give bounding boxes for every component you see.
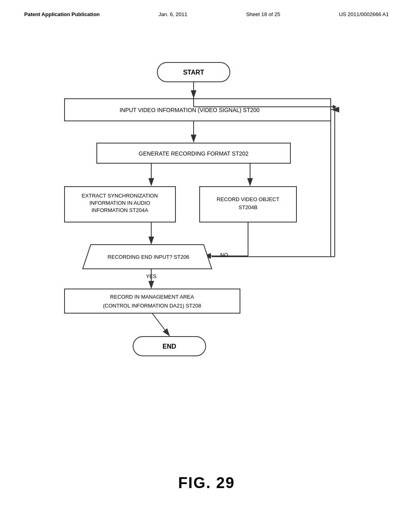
svg-text:(CONTROL INFORMATION DA21)  ST: (CONTROL INFORMATION DA21) ST208 <box>103 303 201 309</box>
end-label: END <box>163 343 176 350</box>
publication-label: Patent Application Publication <box>24 11 100 17</box>
start-label: START <box>183 69 204 76</box>
svg-text:EXTRACT SYNCHRONIZATION: EXTRACT SYNCHRONIZATION <box>82 193 158 199</box>
svg-text:RECORDING END INPUT? ST206: RECORDING END INPUT? ST206 <box>108 254 189 260</box>
flowchart-container: START INPUT VIDEO INFORMATION (VIDEO SIG… <box>32 58 379 381</box>
figure-caption: FIG. 29 <box>0 474 413 492</box>
sheet-label: Sheet 18 of 25 <box>246 11 280 17</box>
svg-text:INFORMATION ST204A: INFORMATION ST204A <box>92 207 148 213</box>
svg-text:ST204B: ST204B <box>239 204 258 210</box>
caption-text: FIG. 29 <box>178 474 235 491</box>
date-label: Jan. 6, 2011 <box>159 11 188 17</box>
patent-number-label: US 2011/0002666 A1 <box>339 11 389 17</box>
svg-text:INFORMATION IN AUDIO: INFORMATION IN AUDIO <box>90 200 150 206</box>
st200-label: INPUT VIDEO INFORMATION (VIDEO SIGNAL) S… <box>119 107 259 113</box>
header: Patent Application Publication Jan. 6, 2… <box>0 0 413 17</box>
st202-label: GENERATE RECORDING FORMAT ST202 <box>139 150 248 157</box>
svg-rect-35 <box>65 289 240 313</box>
flowchart-svg: START INPUT VIDEO INFORMATION (VIDEO SIG… <box>32 58 379 381</box>
svg-line-38 <box>152 313 169 336</box>
svg-text:RECORD VIDEO OBJECT: RECORD VIDEO OBJECT <box>217 196 279 202</box>
page: Patent Application Publication Jan. 6, 2… <box>0 0 413 532</box>
svg-text:RECORD IN MANAGEMENT AREA: RECORD IN MANAGEMENT AREA <box>110 294 194 300</box>
